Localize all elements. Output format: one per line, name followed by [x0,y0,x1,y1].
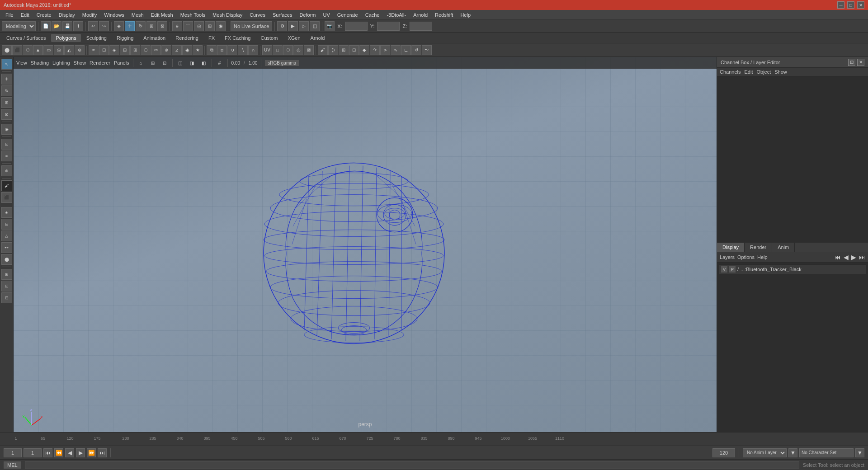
scale-tool-button[interactable]: ⊞ [1,97,12,108]
current-frame-input[interactable] [24,448,42,457]
bridge-button[interactable]: ⊟ [120,45,130,55]
transform-button[interactable]: ⊠ [157,21,167,31]
snap-view-button[interactable]: ⊞ [205,21,215,31]
component-editor-button[interactable]: ⊞ [1,269,12,280]
spherical-map-button[interactable]: ◎ [293,45,303,55]
rewind-to-start-button[interactable]: ⏮ [43,448,52,457]
wedge-button[interactable]: ⊿ [172,45,182,55]
object-menu[interactable]: Object [756,69,771,75]
menu-redshift[interactable]: Redshift [431,11,457,19]
tab-rendering[interactable]: Rendering [171,34,203,42]
connection-editor-button[interactable]: ⊟ [1,292,12,303]
tab-animation[interactable]: Animation [139,34,170,42]
layer-next-button[interactable]: ▶ [851,254,856,261]
smooth-shade-button[interactable]: ◨ [188,59,196,67]
tab-curves-surfaces[interactable]: Curves / Surfaces [2,34,50,42]
viewport-menu-lighting[interactable]: Lighting [52,60,70,66]
render-button[interactable]: ▶ [288,21,298,31]
soft-select-button[interactable]: ◉ [1,124,12,135]
pipe-tool-button[interactable]: ⊜ [75,45,85,55]
twist-button[interactable]: ↺ [411,45,421,55]
snap-point-button[interactable]: ◎ [194,21,204,31]
menu-uv[interactable]: UV [319,11,333,19]
boolean-inter-button[interactable]: ∩ [248,45,258,55]
torus-tool-button[interactable]: ◎ [54,45,64,55]
layer-prev-button[interactable]: ◀ [844,254,849,261]
layer-fast-forward-button[interactable]: ⏭ [859,254,865,261]
edit-menu[interactable]: Edit [744,69,753,75]
select-button[interactable]: ◈ [114,21,124,31]
boolean-union-button[interactable]: ∪ [227,45,237,55]
universal-manip-button[interactable]: ⊠ [1,109,12,120]
tab-sculpting[interactable]: Sculpting [82,34,111,42]
automatic-map-button[interactable]: ⊠ [304,45,314,55]
flare-button[interactable]: ⊳ [380,45,390,55]
bevel-button[interactable]: ◈ [109,45,119,55]
tab-xgen[interactable]: XGen [283,34,305,42]
tab-arnold[interactable]: Arnold [306,34,330,42]
viewport-menu-view[interactable]: View [16,60,27,66]
cube-tool-button[interactable]: ⬛ [12,45,22,55]
camera-home-button[interactable]: ⌂ [137,59,145,67]
coord-x-input[interactable] [345,22,368,31]
maximize-button[interactable]: □ [847,1,854,9]
anim-tab[interactable]: Anim [772,243,795,252]
channels-menu[interactable]: Channels [720,69,741,75]
frame-all-button[interactable]: ⊞ [149,59,157,67]
cylindrical-map-button[interactable]: ⚆ [283,45,293,55]
anim-layer-options-button[interactable]: ▼ [788,448,797,457]
paint-button[interactable]: 🖌 [318,45,328,55]
menu-generate[interactable]: Generate [334,11,362,19]
sphere-tool-button[interactable]: ⬤ [2,45,12,55]
close-button[interactable]: ✕ [857,1,864,9]
wave-button[interactable]: 〜 [422,45,432,55]
mel-python-toggle[interactable]: MEL [4,461,21,469]
snap-grid-button[interactable]: # [172,21,182,31]
render-view-button[interactable]: ◫ [310,21,320,31]
attribute-editor-button[interactable]: ⊡ [1,281,12,291]
menu-curves[interactable]: Curves [246,11,269,19]
smooth-tool-button[interactable]: ≈ [89,45,99,55]
planar-map-button[interactable]: □ [273,45,283,55]
snap-live-button[interactable]: ◉ [216,21,226,31]
separate-button[interactable]: ⧈ [217,45,227,55]
layers-menu[interactable]: Layers [720,254,735,260]
move-button[interactable]: ✛ [125,21,135,31]
gamma-dropdown[interactable]: sRGB gamma [265,60,299,66]
menu-surfaces[interactable]: Surfaces [269,11,296,19]
squash-button[interactable]: ⊏ [401,45,411,55]
plane-tool-button[interactable]: ▭ [43,45,53,55]
selection-constraint-button[interactable]: ⊟ [1,219,12,230]
start-frame-input[interactable] [4,448,22,457]
new-file-button[interactable]: 📄 [41,21,51,31]
camera-button[interactable]: 📷 [325,21,335,31]
menu-mesh-display[interactable]: Mesh Display [209,11,246,19]
translate-tool-button[interactable]: ✛ [1,74,12,85]
merge-button[interactable]: ⊞ [130,45,140,55]
menu-edit-mesh[interactable]: Edit Mesh [147,11,177,19]
bend-button[interactable]: ↷ [370,45,380,55]
viewport[interactable]: View Shading Lighting Show Renderer Pane… [14,57,717,432]
menu-cache[interactable]: Cache [362,11,383,19]
render-tab[interactable]: Render [745,243,772,252]
title-bar-controls[interactable]: ─ □ ✕ [837,1,864,9]
tab-fx[interactable]: FX [204,34,219,42]
snap-together-button[interactable]: ⊡ [1,139,12,150]
menu-3dtoall[interactable]: -3DtoAll- [383,11,410,19]
combine-button[interactable]: ⧉ [207,45,217,55]
poly-select-button[interactable]: △ [1,230,12,241]
panel-detach-button[interactable]: ⊡ [848,59,855,66]
show-manipulator-button[interactable]: ⊕ [1,165,12,176]
character-set-input[interactable] [799,448,854,457]
render-settings-button[interactable]: ⚙ [277,21,287,31]
coord-y-input[interactable] [377,22,400,31]
tab-custom[interactable]: Custom [256,34,283,42]
panel-close-button[interactable]: ✕ [857,59,864,66]
menu-modify[interactable]: Modify [79,11,100,19]
select-tool-button[interactable]: ↖ [1,59,12,70]
coord-z-input[interactable] [410,22,432,31]
connect-button[interactable]: ⊕ [161,45,171,55]
extrude-button[interactable]: ⊡ [99,45,109,55]
viewport-menu-show[interactable]: Show [74,60,86,66]
grid-toggle-button[interactable]: # [216,59,224,67]
